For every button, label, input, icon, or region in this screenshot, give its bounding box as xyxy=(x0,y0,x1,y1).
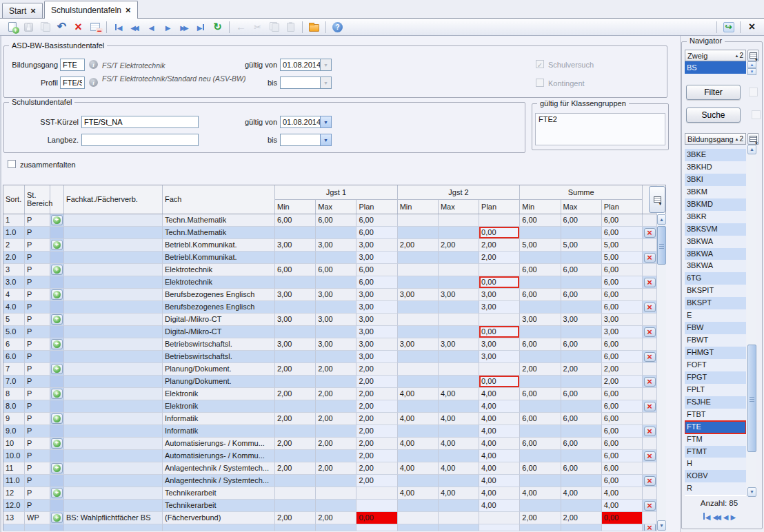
langbez-input[interactable] xyxy=(81,134,199,146)
nav-fast-back-button[interactable]: ◀◀ xyxy=(127,19,143,34)
tab-schulstundentafeln-close-icon[interactable]: × xyxy=(125,7,131,14)
bildungsgang-item[interactable]: FBWT xyxy=(685,334,746,347)
delete-row-button[interactable]: × xyxy=(644,524,656,531)
zusammenfalten-checkbox[interactable] xyxy=(8,160,16,168)
table-row-9.0[interactable]: 9.0PInformatik2,004,006,00× xyxy=(3,425,657,438)
bildungsgang-item[interactable]: FPGT xyxy=(685,371,746,384)
table-row-11.0[interactable]: 11.0PAnlagentechnik / Systemtech...2,004… xyxy=(3,475,657,487)
bildungsgang-item[interactable]: E xyxy=(685,309,746,322)
chevron-down-icon[interactable]: ▼ xyxy=(320,116,332,128)
table-row-9[interactable]: 9P+Informatik2,002,002,004,004,004,006,0… xyxy=(3,413,657,425)
zweig-list-header[interactable]: Zweig ▲2 xyxy=(685,50,746,61)
delete-row-button[interactable]: × xyxy=(644,476,656,486)
delete-row-button[interactable]: × xyxy=(644,402,656,411)
table-row-2[interactable]: 2P+Betriebl.Kommunikat.3,003,003,002,002… xyxy=(3,239,657,252)
table-row-3.0[interactable]: 3.0PElektrotechnik6,000,006,00× xyxy=(3,276,657,289)
list-forward-button[interactable]: ▶ xyxy=(731,512,736,522)
table-row-4[interactable]: 4P+Berufsbezogenes Englisch3,003,003,003… xyxy=(3,289,657,301)
refresh-button[interactable]: ↻ xyxy=(210,19,225,34)
bildungsgang-item[interactable]: FTM xyxy=(685,433,746,446)
bildungsgang-item[interactable]: BKSPT xyxy=(685,297,746,309)
cell-plan-jgst2[interactable] xyxy=(479,524,520,531)
table-row-1[interactable]: 1P+Techn.Mathematik6,006,006,006,006,006… xyxy=(3,214,657,227)
cell-plan-summe[interactable]: 6,00 xyxy=(602,475,643,487)
help-button[interactable]: ? xyxy=(330,19,345,34)
bildungsgang-item[interactable]: FPLT xyxy=(685,384,746,396)
cell-plan-summe[interactable] xyxy=(602,524,643,531)
cell-plan-jgst2[interactable]: 3,00 xyxy=(479,301,520,314)
bildungsgang-item[interactable]: R xyxy=(685,482,746,495)
cell-plan-jgst1[interactable] xyxy=(356,524,397,531)
table-row-6.0[interactable]: 6.0PBetriebswirtschaftsl.3,003,006,00× xyxy=(3,351,657,363)
scroll-up-icon[interactable]: ▲ xyxy=(657,214,666,225)
cell-plan-summe[interactable]: 6,00 xyxy=(602,400,643,413)
table-row-5.0[interactable]: 5.0PDigital-/Mikro-CT3,000,003,00× xyxy=(3,326,657,338)
add-subject-button[interactable]: + xyxy=(51,513,63,523)
cell-plan-jgst1[interactable]: 2,00 xyxy=(356,400,397,413)
nav-back-button[interactable]: ◀ xyxy=(143,19,159,34)
add-subject-button[interactable]: + xyxy=(51,314,63,325)
bildungsgang-item[interactable]: FTE xyxy=(685,421,746,433)
bildungsgang-item[interactable]: 3BKI xyxy=(685,174,746,186)
cell-plan-jgst1[interactable]: 2,00 xyxy=(356,376,397,388)
bildungsgang-item[interactable]: 6TG xyxy=(685,272,746,285)
bildungsgang-item[interactable]: 3BKSVM xyxy=(685,223,746,236)
bildungsgang-item[interactable]: 3BKHD xyxy=(685,161,746,174)
cell-plan-summe[interactable]: 6,00 xyxy=(602,301,643,314)
add-subject-button[interactable]: + xyxy=(51,215,63,225)
cell-plan-jgst1[interactable]: 3,00 xyxy=(356,252,397,264)
add-subject-button[interactable]: + xyxy=(51,240,63,250)
bildungsgang-column-chooser-button[interactable] xyxy=(747,133,759,145)
cell-plan-summe[interactable]: 6,00 xyxy=(602,450,643,462)
reports-folder-button[interactable] xyxy=(306,19,322,34)
nav-last-button[interactable]: ▶ xyxy=(193,19,209,34)
list-fast-back-button[interactable]: ◀◀ xyxy=(712,512,721,522)
table-row-12[interactable]: 12P+Technikerarbeit4,004,004,004,004,004… xyxy=(3,487,657,500)
bildungsgang-item[interactable]: 3BKWA xyxy=(685,236,746,248)
scroll-down-icon[interactable]: ▼ xyxy=(747,487,756,497)
table-row-3[interactable]: 3P+Elektrotechnik6,006,006,006,006,006,0… xyxy=(3,264,657,276)
table-column-chooser-button[interactable] xyxy=(649,186,665,213)
suche-button[interactable]: Suche xyxy=(686,108,741,123)
remove-table-entry-button[interactable]: − xyxy=(87,19,103,34)
table-row-7.0[interactable]: 7.0PPlanung/Dokument.2,000,002,00× xyxy=(3,376,657,388)
cell-plan-summe[interactable]: 6,00 xyxy=(602,351,643,363)
tab-start[interactable]: Start × xyxy=(2,3,43,18)
cell-plan-jgst1[interactable]: 6,00 xyxy=(356,227,397,239)
sst-kuerzel-input[interactable] xyxy=(81,116,199,128)
scroll-up-icon[interactable]: ▲ xyxy=(747,145,756,154)
spinner-up-icon[interactable]: ▲ xyxy=(747,61,756,68)
delete-row-button[interactable]: × xyxy=(644,352,656,362)
cell-plan-jgst1[interactable]: 3,00 xyxy=(356,301,397,314)
bildungsgang-item[interactable]: 3BKMD xyxy=(685,198,746,211)
delete-row-button[interactable]: × xyxy=(644,303,656,312)
table-row-7[interactable]: 7P+Planung/Dokument.2,002,002,002,002,00… xyxy=(3,363,657,376)
cell-plan-jgst2[interactable]: 4,00 xyxy=(479,475,520,487)
table-row-8.0[interactable]: 8.0PElektronik2,004,006,00× xyxy=(3,400,657,413)
bildungsgang-item[interactable]: FTBT xyxy=(685,409,746,421)
bildungsgang-item[interactable]: KOBV xyxy=(685,470,746,482)
bildungsgang-item[interactable]: 3BKR xyxy=(685,211,746,223)
bildungsgang-item[interactable]: 3BKWA xyxy=(685,248,746,260)
cell-plan-jgst1[interactable]: 2,00 xyxy=(356,450,397,462)
bildungsgang-scrollbar-thumb[interactable] xyxy=(747,345,756,452)
bildungsgang-item[interactable]: FBW xyxy=(685,322,746,334)
bildungsgang-list-header[interactable]: Bildungsgang ▲2 xyxy=(685,133,746,145)
table-row-6[interactable]: 6P+Betriebswirtschaftsl.3,003,003,003,00… xyxy=(3,338,657,351)
bildungsgang-input[interactable] xyxy=(60,59,85,71)
table-row[interactable]: × xyxy=(3,524,657,531)
bildungsgang-item[interactable]: 3BKM xyxy=(685,186,746,198)
filter-button[interactable]: Filter xyxy=(686,85,741,100)
add-subject-button[interactable]: + xyxy=(51,364,63,374)
table-row-4.0[interactable]: 4.0PBerufsbezogenes Englisch3,003,006,00… xyxy=(3,301,657,314)
table-row-10[interactable]: 10P+Automatisierungs- / Kommu...2,002,00… xyxy=(3,438,657,450)
sst-gueltig-von-combo[interactable]: 01.08.2014 ▼ xyxy=(280,116,332,128)
cell-plan-summe[interactable]: 6,00 xyxy=(602,425,643,438)
cell-plan-jgst1[interactable]: 2,00 xyxy=(356,425,397,438)
add-subject-button[interactable]: + xyxy=(51,463,63,473)
table-row-12.0[interactable]: 12.0PTechnikerarbeit4,004,00× xyxy=(3,500,657,512)
cell-plan-jgst1[interactable]: 6,00 xyxy=(356,276,397,289)
table-row-2.0[interactable]: 2.0PBetriebl.Kommunikat.3,002,005,00× xyxy=(3,252,657,264)
cell-plan-jgst2[interactable]: 4,00 xyxy=(479,500,520,512)
add-subject-button[interactable]: + xyxy=(51,413,63,424)
